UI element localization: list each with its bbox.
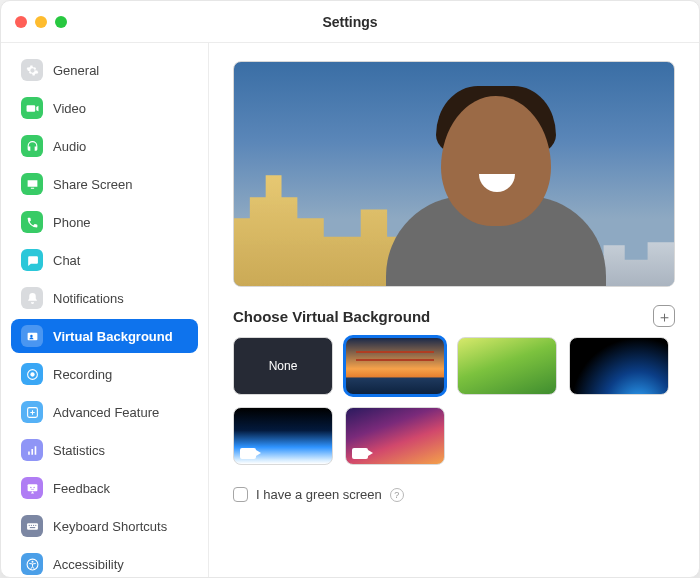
headphones-icon [21, 135, 43, 157]
svg-rect-5 [27, 484, 37, 491]
sidebar-item-accessibility[interactable]: Accessibility [11, 547, 198, 577]
svg-point-1 [30, 334, 32, 336]
gear-icon [21, 59, 43, 81]
plus-square-icon [21, 401, 43, 423]
sidebar-item-keyboard-shortcuts[interactable]: Keyboard Shortcuts [11, 509, 198, 543]
video-icon [352, 448, 368, 459]
sidebar-item-label: Share Screen [53, 177, 133, 192]
sidebar-item-label: Statistics [53, 443, 105, 458]
virtual-background-section-header: Choose Virtual Background ＋ [233, 305, 675, 327]
video-icon [240, 448, 256, 459]
sidebar-item-label: Keyboard Shortcuts [53, 519, 167, 534]
green-screen-label: I have a green screen [256, 487, 382, 502]
window-controls [15, 16, 67, 28]
sidebar-item-label: Audio [53, 139, 86, 154]
svg-rect-12 [35, 524, 36, 525]
bell-icon [21, 287, 43, 309]
sidebar-item-chat[interactable]: Chat [11, 243, 198, 277]
sidebar-item-label: Video [53, 101, 86, 116]
svg-point-3 [30, 372, 34, 376]
close-window-button[interactable] [15, 16, 27, 28]
video-icon [21, 97, 43, 119]
sidebar-item-label: Virtual Background [53, 329, 173, 344]
background-thumb-gradient[interactable] [345, 407, 445, 465]
video-preview [233, 61, 675, 287]
svg-rect-11 [33, 524, 34, 525]
background-thumb-earth[interactable] [569, 337, 669, 395]
svg-rect-8 [27, 523, 38, 530]
svg-rect-13 [29, 527, 34, 528]
settings-content: Choose Virtual Background ＋ None I have … [209, 43, 699, 577]
green-screen-row: I have a green screen ? [233, 487, 675, 502]
sidebar-item-virtual-background[interactable]: Virtual Background [11, 319, 198, 353]
sidebar-item-label: Feedback [53, 481, 110, 496]
help-icon[interactable]: ? [390, 488, 404, 502]
thumb-none-label: None [269, 359, 298, 373]
titlebar: Settings [1, 1, 699, 43]
record-icon [21, 363, 43, 385]
background-thumb-grass[interactable] [457, 337, 557, 395]
accessibility-icon [21, 553, 43, 575]
sidebar-item-audio[interactable]: Audio [11, 129, 198, 163]
chat-icon [21, 249, 43, 271]
green-screen-checkbox[interactable] [233, 487, 248, 502]
sidebar-item-general[interactable]: General [11, 53, 198, 87]
background-thumb-space[interactable] [233, 407, 333, 465]
virtual-bg-icon [21, 325, 43, 347]
body: GeneralVideoAudioShare ScreenPhoneChatNo… [1, 43, 699, 577]
keyboard-icon [21, 515, 43, 537]
preview-person [391, 86, 601, 287]
plus-icon: ＋ [657, 309, 672, 324]
sidebar-item-label: Notifications [53, 291, 124, 306]
background-thumbnails: None [233, 337, 675, 465]
sidebar-item-video[interactable]: Video [11, 91, 198, 125]
sidebar-item-label: Recording [53, 367, 112, 382]
sidebar-item-label: Chat [53, 253, 80, 268]
sidebar-item-label: Phone [53, 215, 91, 230]
sidebar-item-phone[interactable]: Phone [11, 205, 198, 239]
svg-point-6 [30, 486, 31, 487]
sidebar-item-label: Advanced Feature [53, 405, 159, 420]
svg-rect-10 [30, 524, 31, 525]
settings-sidebar: GeneralVideoAudioShare ScreenPhoneChatNo… [1, 43, 209, 577]
sidebar-item-statistics[interactable]: Statistics [11, 433, 198, 467]
sidebar-item-label: General [53, 63, 99, 78]
sidebar-item-feedback[interactable]: Feedback [11, 471, 198, 505]
window-title: Settings [1, 14, 699, 30]
sidebar-item-recording[interactable]: Recording [11, 357, 198, 391]
svg-point-7 [33, 486, 34, 487]
svg-point-15 [31, 560, 33, 562]
sidebar-item-share-screen[interactable]: Share Screen [11, 167, 198, 201]
phone-icon [21, 211, 43, 233]
section-title: Choose Virtual Background [233, 308, 430, 325]
zoom-window-button[interactable] [55, 16, 67, 28]
sidebar-item-advanced-feature[interactable]: Advanced Feature [11, 395, 198, 429]
sidebar-item-label: Accessibility [53, 557, 124, 572]
background-thumb-none[interactable]: None [233, 337, 333, 395]
settings-window: Settings GeneralVideoAudioShare ScreenPh… [0, 0, 700, 578]
sidebar-item-notifications[interactable]: Notifications [11, 281, 198, 315]
svg-rect-9 [28, 524, 29, 525]
background-thumb-bridge[interactable] [345, 337, 445, 395]
share-screen-icon [21, 173, 43, 195]
add-background-button[interactable]: ＋ [653, 305, 675, 327]
stats-icon [21, 439, 43, 461]
feedback-icon [21, 477, 43, 499]
minimize-window-button[interactable] [35, 16, 47, 28]
